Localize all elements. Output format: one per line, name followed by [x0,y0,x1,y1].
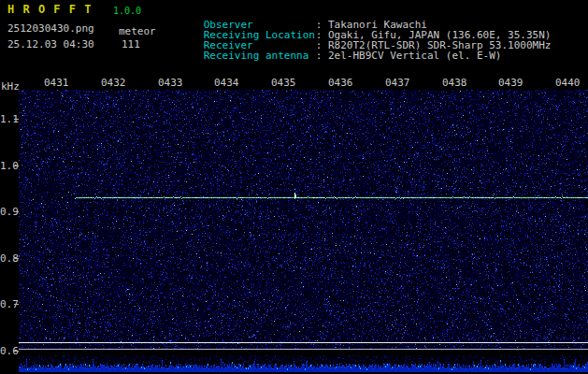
app-title: H R O F F T [7,3,92,16]
x-tick-label: 0439 [498,77,523,89]
info-value: : 2el-HB9CV Vertical (el. E-W) [316,50,502,62]
y-tick-label: 0.7 [0,298,15,310]
y-tick-label: 0.9 [0,206,15,218]
info-row-antenna: Receiving antenna: 2el-HB9CV Vertical (e… [166,37,501,74]
timestamp: 25.12.03 04:30 [7,38,94,50]
x-tick-label: 0436 [328,77,353,89]
hrofft-output: H R O F F T 1.0.0 2512030430.png meteor … [0,0,588,374]
echo-count: 111 [122,38,140,50]
x-tick-label: 0437 [385,77,410,89]
x-tick-label: 0440 [555,77,581,89]
y-tick-label: 1.0 [0,160,15,172]
output-filename: 2512030430.png [7,22,94,35]
x-tick-label: 0435 [271,77,296,89]
app-version: 1.0.0 [113,6,141,16]
y-tick-label: 0.6 [0,345,15,357]
signal-level-strip-canvas [19,355,588,372]
separator-line-lower [19,349,588,350]
x-tick-label: 0431 [44,77,69,89]
y-tick-label: 1.1 [0,113,15,125]
y-tick-mark [14,351,19,352]
x-tick-label: 0433 [158,77,183,89]
x-tick-label: 0438 [442,77,467,89]
info-label: Receiving antenna [204,50,316,62]
y-tick-label: 0.8 [0,252,15,265]
x-tick-label: 0434 [214,77,239,89]
separator-line-upper [19,342,588,343]
y-axis-unit: kHz [1,80,20,93]
spectrogram-canvas [19,90,588,350]
mode-label: meteor [119,25,156,37]
x-tick-label: 0432 [101,77,126,89]
